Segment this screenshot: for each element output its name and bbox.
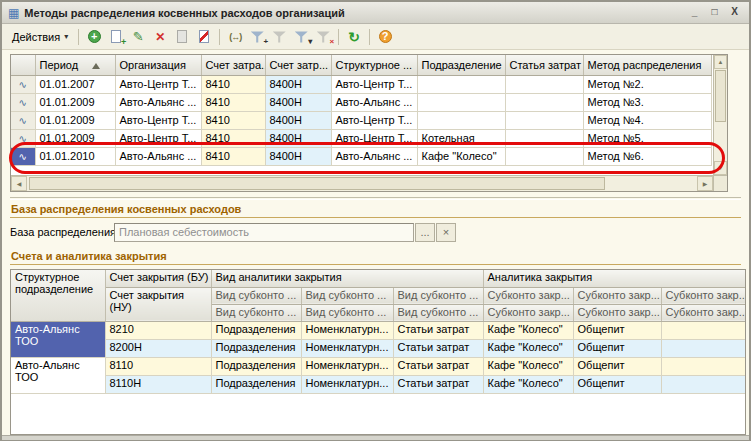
scroll-right-button[interactable]: ▶	[697, 176, 713, 191]
scrollbar-thumb[interactable]	[29, 177, 605, 190]
column-header-subconto-3[interactable]: Субконто закр...	[661, 287, 745, 304]
column-header-subconto-1b[interactable]: Субконто закр...	[483, 304, 573, 321]
toolbar: Действия ▾ + + ✎ ✕ (↔) +	[2, 24, 749, 50]
record-icon: ∿	[11, 129, 35, 147]
copy-button[interactable]: +	[105, 27, 127, 47]
date-interval-button[interactable]: (↔)	[224, 27, 246, 47]
toolbar-separator	[78, 29, 79, 45]
column-header-closing-account-nu[interactable]: Счет закрытия (НУ)	[105, 287, 211, 321]
clear-filter-icon	[317, 31, 330, 43]
section-title-accounts: Счета и аналитика закрытия	[10, 248, 741, 265]
closing-accounts-table: Структурное подразделение Счет закрытия …	[11, 270, 746, 394]
column-header-unit[interactable]: Структурное ...	[331, 55, 417, 75]
column-header-kind-subconto-2[interactable]: Вид субконто ...	[301, 287, 393, 304]
column-header-period[interactable]: Период	[35, 55, 115, 75]
add-icon: +	[88, 30, 101, 43]
delete-button[interactable]: ✕	[149, 27, 171, 47]
toolbar-separator	[219, 29, 220, 45]
toolbar-separator	[369, 29, 370, 45]
choose-button[interactable]: ...	[415, 223, 435, 242]
refresh-button[interactable]: ↻	[343, 27, 365, 47]
column-header-account-bu[interactable]: Счет затра...	[201, 55, 265, 75]
divider	[10, 197, 741, 200]
column-header-structural-unit[interactable]: Структурное подразделение	[11, 270, 105, 321]
table-row[interactable]: ∿ 01.01.2007 Авто-Центр Т... 8410 8400Н …	[11, 75, 711, 93]
copy-icon	[111, 30, 121, 43]
column-header-account-nu[interactable]: Счет затр...	[265, 55, 331, 75]
edit-icon: ✎	[133, 29, 144, 44]
help-button[interactable]: ?	[374, 27, 396, 47]
methods-list: Период Организация Счет затра... Счет за…	[10, 54, 728, 192]
column-header-subconto-3b[interactable]: Субконто закр...	[661, 304, 745, 321]
column-header-kind-subconto-1[interactable]: Вид субконто ...	[211, 287, 301, 304]
scroll-up-button[interactable]: ▲	[714, 55, 727, 69]
table-row-selected[interactable]: ∿ 01.01.2010 Авто-Альянс ... 8410 8400Н …	[11, 147, 711, 165]
closing-row[interactable]: 8110Н Подразделения Номенклатурн... Стат…	[11, 375, 745, 393]
column-header-kind-subconto-3b[interactable]: Вид субконто ...	[393, 304, 483, 321]
sort-asc-icon	[92, 63, 100, 69]
chevron-down-icon: ▾	[64, 32, 68, 41]
toolbar-separator	[338, 29, 339, 45]
refresh-icon: ↻	[348, 29, 360, 45]
scroll-down-button[interactable]: ▼	[714, 161, 727, 175]
record-icon: ∿	[11, 93, 35, 111]
actions-label: Действия	[12, 31, 60, 43]
column-header-cost-item[interactable]: Статья затрат	[505, 55, 583, 75]
base-field-input[interactable]: Плановая себестоимость	[114, 223, 414, 242]
record-icon: ∿	[11, 111, 35, 129]
structural-unit-cell[interactable]: Авто-Альянс ТОО	[11, 357, 105, 393]
column-header-kind-subconto-1b[interactable]: Вид субконто ...	[211, 304, 301, 321]
form-body: Период Организация Счет затра... Счет за…	[2, 50, 749, 435]
column-header-subconto-1[interactable]: Субконто закр...	[483, 287, 573, 304]
scrollbar-corner	[713, 175, 727, 191]
column-header-subconto-2b[interactable]: Субконто закр...	[573, 304, 661, 321]
edit-button[interactable]: ✎	[127, 27, 149, 47]
column-header-kind-subconto-3[interactable]: Вид субконто ...	[393, 287, 483, 304]
structural-unit-cell-selected[interactable]: Авто-Альянс ТОО	[11, 321, 105, 357]
methods-table: Период Организация Счет затра... Счет за…	[11, 55, 712, 166]
closing-row[interactable]: Авто-Альянс ТОО 8210 Подразделения Номен…	[11, 321, 745, 339]
filter-history-icon	[295, 31, 308, 43]
column-header-org[interactable]: Организация	[115, 55, 201, 75]
closing-row[interactable]: 8200Н Подразделения Номенклатурн... Стат…	[11, 339, 745, 357]
clear-filter-button[interactable]: ×	[312, 27, 334, 47]
minimize-button[interactable]: _	[686, 5, 703, 20]
column-header-method[interactable]: Метод распределения	[583, 55, 711, 75]
table-row[interactable]: ∿ 01.01.2009 Авто-Центр Т... 8410 8400Н …	[11, 111, 711, 129]
scroll-left-button[interactable]: ◀	[11, 176, 27, 191]
date-interval-icon: (↔)	[229, 32, 241, 42]
undelete-button[interactable]	[193, 27, 215, 47]
actions-menu-button[interactable]: Действия ▾	[6, 29, 74, 45]
row-icon-header	[11, 55, 35, 75]
column-group-kind-of-analytics[interactable]: Вид аналитики закрытия	[211, 270, 483, 287]
table-row[interactable]: ∿ 01.01.2009 Авто-Центр Т... 8410 8400Н …	[11, 129, 711, 147]
undelete-icon	[199, 30, 209, 43]
list-grid-icon: ▦	[8, 7, 19, 19]
close-button[interactable]: X	[726, 5, 743, 20]
vertical-scrollbar[interactable]: ▲ ▼	[713, 55, 727, 175]
clear-field-button[interactable]: ×	[436, 223, 456, 242]
add-button[interactable]: +	[83, 27, 105, 47]
filter-settings-button[interactable]: +	[246, 27, 268, 47]
maximize-button[interactable]: □	[706, 5, 723, 20]
title-bar: ▦ Методы распределения косвенных расходо…	[2, 2, 749, 24]
deletion-mark-button[interactable]	[171, 27, 193, 47]
table-row[interactable]: ∿ 01.01.2009 Авто-Альянс ... 8410 8400Н …	[11, 93, 711, 111]
closing-row[interactable]: Авто-Альянс ТОО 8110 Подразделения Номен…	[11, 357, 745, 375]
column-header-kind-subconto-2b[interactable]: Вид субконто ...	[301, 304, 393, 321]
window-resize-edge[interactable]	[2, 435, 749, 440]
horizontal-scrollbar[interactable]: ◀ ▶	[11, 175, 713, 191]
delete-icon: ✕	[155, 30, 165, 44]
deletion-mark-icon	[177, 30, 187, 43]
scrollbar-thumb[interactable]	[715, 70, 726, 122]
filter-history-button[interactable]: ▾	[290, 27, 312, 47]
column-header-closing-account-bu[interactable]: Счет закрытия (БУ)	[105, 270, 211, 287]
filter-settings-icon	[251, 31, 264, 43]
column-header-subconto-2[interactable]: Субконто закр...	[573, 287, 661, 304]
app-window: ▦ Методы распределения косвенных расходо…	[0, 0, 751, 441]
filter-button[interactable]	[268, 27, 290, 47]
column-group-analytics[interactable]: Аналитика закрытия	[483, 270, 745, 287]
column-header-subdivision[interactable]: Подразделение	[417, 55, 505, 75]
record-icon: ∿	[11, 147, 35, 165]
base-field-row: База распределения: Плановая себестоимос…	[10, 222, 741, 242]
